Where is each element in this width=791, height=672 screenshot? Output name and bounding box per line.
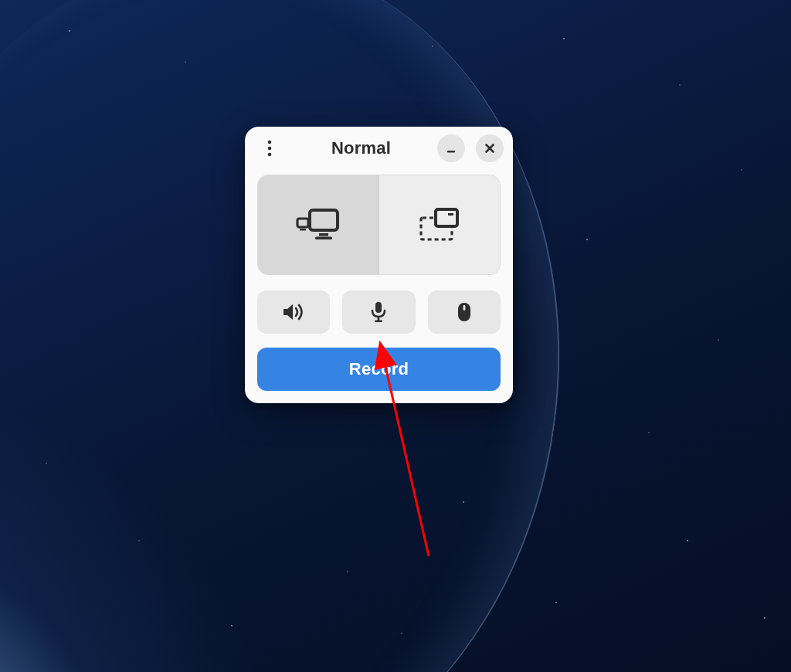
svg-rect-14	[375, 321, 382, 323]
svg-rect-5	[319, 233, 328, 236]
selection-icon	[419, 208, 460, 242]
record-button[interactable]: Record	[257, 348, 501, 391]
microphone-icon	[370, 301, 387, 323]
svg-rect-8	[300, 229, 306, 231]
pointer-toggle[interactable]	[428, 290, 501, 334]
screen-recorder-window: Normal	[245, 127, 513, 403]
svg-rect-12	[375, 302, 382, 313]
options-row	[257, 290, 501, 334]
window-title: Normal	[285, 138, 437, 158]
svg-rect-11	[448, 213, 453, 216]
monitor-icon	[296, 208, 341, 242]
minimize-button[interactable]	[437, 134, 465, 162]
capture-mode-selection[interactable]	[379, 175, 500, 274]
window-controls	[437, 134, 504, 162]
menu-button[interactable]	[254, 133, 285, 164]
close-button[interactable]	[476, 134, 504, 162]
svg-point-1	[268, 147, 272, 151]
kebab-menu-icon	[267, 139, 272, 158]
titlebar: Normal	[245, 127, 513, 170]
svg-rect-4	[310, 210, 338, 230]
svg-point-0	[268, 141, 272, 144]
record-button-label: Record	[349, 359, 409, 379]
speaker-icon	[282, 302, 305, 322]
desktop-wallpaper: Normal	[0, 0, 791, 672]
microphone-toggle[interactable]	[342, 290, 415, 334]
svg-rect-6	[315, 237, 332, 240]
mouse-icon	[457, 301, 472, 323]
capture-mode-group	[257, 175, 501, 275]
close-icon	[484, 142, 496, 154]
svg-rect-16	[463, 305, 465, 311]
speaker-toggle[interactable]	[257, 290, 330, 334]
svg-point-2	[268, 153, 272, 157]
svg-rect-13	[378, 317, 380, 321]
minimize-icon	[445, 142, 457, 154]
svg-rect-7	[297, 219, 308, 227]
svg-rect-10	[436, 209, 457, 226]
svg-rect-3	[447, 151, 455, 153]
capture-mode-screen[interactable]	[258, 175, 379, 274]
